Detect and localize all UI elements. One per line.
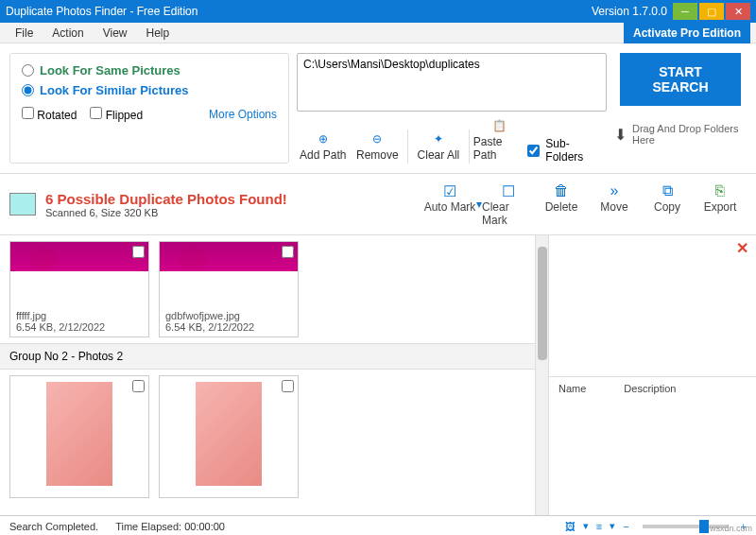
thumbnail-image: [10, 242, 148, 306]
checkmark-icon: ☑: [440, 181, 459, 200]
path-area: C:\Users\Mansi\Desktop\duplicates ⊕Add P…: [297, 53, 607, 164]
photo-icon: [9, 193, 36, 216]
thumbnail-card[interactable]: gdbfwofjpwe.jpg6.54 KB, 2/12/2022: [159, 241, 299, 337]
thumbnail-card[interactable]: [9, 375, 149, 498]
checkbox-subfolders[interactable]: Sub-Folders: [527, 137, 607, 164]
clear-mark-button[interactable]: ☐Clear Mark: [482, 180, 535, 229]
download-icon: ⬇: [614, 126, 627, 144]
detail-pane: ✕ Name Description: [548, 235, 756, 515]
delete-button[interactable]: 🗑Delete: [535, 180, 588, 229]
add-path-button[interactable]: ⊕Add Path: [297, 129, 350, 164]
menu-help[interactable]: Help: [137, 25, 180, 42]
export-icon: ⎘: [711, 181, 730, 200]
top-panel: Look For Same Pictures Look For Similar …: [0, 43, 756, 174]
scrollbar[interactable]: [535, 235, 548, 515]
scrollbar-thumb[interactable]: [538, 247, 547, 360]
thumbnail-filename: fffff.jpg: [16, 310, 143, 321]
maximize-button[interactable]: ▢: [699, 3, 724, 20]
menu-action[interactable]: Action: [43, 25, 93, 42]
close-button[interactable]: ✕: [726, 3, 750, 20]
group-header: Group No 2 - Photos 2: [0, 343, 535, 370]
results-bar: 6 Possible Duplicate Photos Found! Scann…: [0, 174, 756, 235]
thumbnails-panel: fffff.jpg6.54 KB, 2/12/2022 gdbfwofjpwe.…: [0, 235, 535, 515]
paste-path-button[interactable]: 📋Paste Path: [473, 115, 526, 164]
thumbnail-image: [160, 242, 298, 306]
copy-icon: ⧉: [658, 181, 677, 200]
thumbnail-checkbox[interactable]: [282, 380, 294, 392]
title-bar: Duplicate Photos Finder - Free Edition V…: [0, 0, 756, 23]
broom-icon: ✦: [430, 130, 447, 147]
elapsed-label: Time Elapsed: 00:00:00: [115, 521, 225, 532]
radio-similar-input[interactable]: [22, 84, 34, 96]
trash-icon: 🗑: [552, 181, 571, 200]
thumbnail-meta: 6.54 KB, 2/12/2022: [16, 321, 143, 333]
close-detail-button[interactable]: ✕: [549, 235, 756, 261]
checkbox-rotated[interactable]: Rotated: [22, 107, 77, 122]
thumbnail-image: [46, 382, 112, 486]
plus-icon: ⊕: [315, 130, 332, 147]
radio-similar-pictures[interactable]: Look For Similar Pictures: [22, 83, 277, 97]
version-label: Version 1.7.0.0: [592, 5, 667, 18]
status-text: Search Completed.: [9, 521, 98, 532]
view-thumb-menu[interactable]: ▾: [583, 520, 589, 532]
menu-bar: File Action View Help Activate Pro Editi…: [0, 23, 756, 43]
export-button[interactable]: ⎘Export: [694, 180, 747, 229]
thumbnail-checkbox[interactable]: [282, 246, 294, 258]
preview-area: [549, 261, 756, 376]
zoom-out-button[interactable]: −: [623, 521, 628, 532]
remove-path-button[interactable]: ⊖Remove: [352, 129, 404, 164]
detail-name-header: Name: [558, 383, 586, 394]
search-options-panel: Look For Same Pictures Look For Similar …: [9, 53, 289, 164]
auto-mark-button[interactable]: ☑Auto Mark: [423, 180, 476, 229]
thumbnail-filename: gdbfwofjpwe.jpg: [165, 310, 292, 321]
results-title: 6 Possible Duplicate Photos Found!: [45, 191, 287, 207]
thumbnail-image: [196, 382, 262, 486]
checkbox-flipped[interactable]: Flipped: [90, 107, 143, 122]
thumbnail-checkbox[interactable]: [132, 246, 145, 258]
more-options-link[interactable]: More Options: [209, 108, 277, 121]
thumbnail-checkbox[interactable]: [132, 380, 145, 392]
window-title: Duplicate Photos Finder - Free Edition: [6, 5, 592, 18]
path-list[interactable]: C:\Users\Mansi\Desktop\duplicates: [297, 53, 607, 112]
move-icon: »: [605, 181, 624, 200]
view-list-menu[interactable]: ▾: [610, 520, 615, 532]
view-thumbnails-button[interactable]: 🖼: [565, 521, 576, 532]
menu-file[interactable]: File: [6, 25, 43, 42]
activate-pro-link[interactable]: Activate Pro Edition: [624, 23, 750, 43]
minimize-button[interactable]: ─: [673, 3, 697, 20]
start-search-button[interactable]: START SEARCH: [620, 53, 741, 106]
square-icon: ☐: [499, 181, 518, 200]
main-body: fffff.jpg6.54 KB, 2/12/2022 gdbfwofjpwe.…: [0, 235, 756, 515]
watermark: wsxdn.com: [710, 524, 752, 533]
view-list-button[interactable]: ≡: [596, 521, 602, 532]
clipboard-icon: 📋: [491, 117, 508, 134]
status-bar: Search Completed. Time Elapsed: 00:00:00…: [0, 515, 756, 535]
thumbnail-card[interactable]: [159, 375, 299, 498]
thumbnail-card[interactable]: fffff.jpg6.54 KB, 2/12/2022: [9, 241, 149, 337]
start-column: START SEARCH ⬇ Drag And Drop Folders Her…: [614, 53, 747, 164]
zoom-knob[interactable]: [699, 520, 709, 533]
move-button[interactable]: »Move: [588, 180, 641, 229]
radio-same-pictures[interactable]: Look For Same Pictures: [22, 63, 277, 78]
clear-all-button[interactable]: ✦Clear All: [412, 129, 465, 164]
minus-icon: ⊖: [369, 130, 386, 147]
results-subtitle: Scanned 6, Size 320 KB: [45, 207, 287, 218]
drag-hint: ⬇ Drag And Drop Folders Here: [614, 123, 747, 146]
copy-button[interactable]: ⧉Copy: [641, 180, 694, 229]
thumbnail-meta: 6.54 KB, 2/12/2022: [165, 321, 292, 333]
menu-view[interactable]: View: [94, 25, 137, 42]
radio-same-input[interactable]: [22, 64, 34, 77]
detail-desc-header: Description: [624, 383, 676, 394]
